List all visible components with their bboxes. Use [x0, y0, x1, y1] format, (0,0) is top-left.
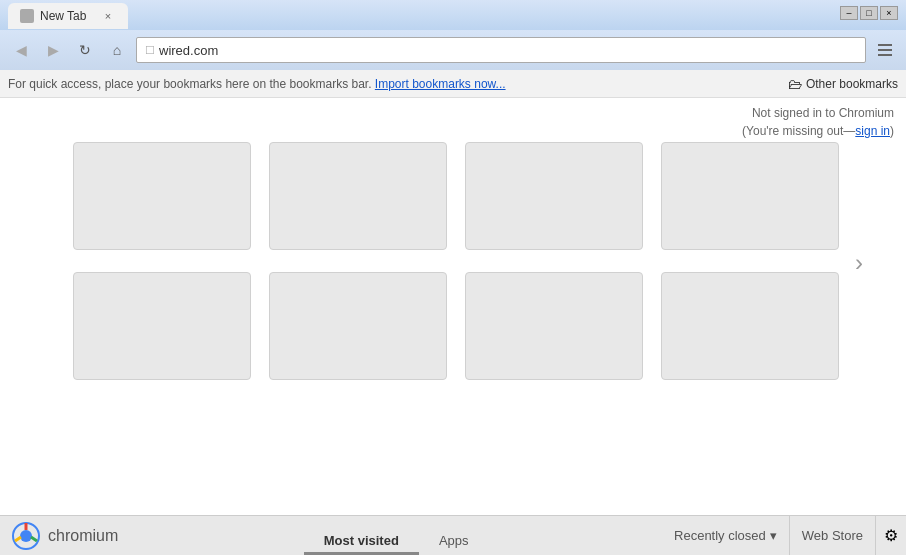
signin-prefix: (You're missing out— [742, 124, 855, 138]
recently-closed-button[interactable]: Recently closed ▾ [662, 516, 790, 555]
menu-line-3 [878, 54, 892, 56]
thumbnail-box-1 [73, 142, 251, 250]
folder-icon: 🗁 [788, 76, 802, 92]
forward-button[interactable]: ▶ [40, 37, 66, 63]
thumbnail-box-6 [269, 272, 447, 380]
chromium-text: chromium [48, 527, 118, 545]
navigation-bar: ◀ ▶ ↻ ⌂ ☐ [0, 30, 906, 70]
web-store-label: Web Store [802, 528, 863, 543]
title-bar: New Tab × – □ × [0, 0, 906, 30]
thumbnails-wrapper: › [73, 142, 833, 384]
thumbnail-2[interactable] [269, 142, 447, 254]
tab-most-visited[interactable]: Most visited [304, 527, 419, 555]
other-bookmarks-button[interactable]: 🗁 Other bookmarks [788, 76, 898, 92]
thumbnails-grid [73, 142, 833, 384]
nav-right-buttons [872, 37, 898, 63]
thumbnail-box-4 [661, 142, 839, 250]
menu-icon [878, 44, 892, 56]
signin-suffix: ) [890, 124, 894, 138]
thumbnail-8[interactable] [661, 272, 839, 384]
bottom-bar: chromium Most visited Apps Recently clos… [0, 515, 906, 555]
thumbnail-box-3 [465, 142, 643, 250]
close-window-button[interactable]: × [880, 6, 898, 20]
thumbnail-1[interactable] [73, 142, 251, 254]
address-bar[interactable]: ☐ [136, 37, 866, 63]
next-page-arrow[interactable]: › [855, 249, 863, 277]
thumbnail-3[interactable] [465, 142, 643, 254]
signin-link[interactable]: sign in [855, 124, 890, 138]
menu-line-2 [878, 49, 892, 51]
maximize-button[interactable]: □ [860, 6, 878, 20]
thumbnail-box-2 [269, 142, 447, 250]
tab-apps[interactable]: Apps [419, 527, 489, 555]
bookmarks-message: For quick access, place your bookmarks h… [8, 77, 788, 91]
tab-favicon [20, 9, 34, 23]
bottom-tabs: Most visited Apps [130, 516, 662, 555]
address-input[interactable] [159, 43, 853, 58]
tab-close-button[interactable]: × [100, 8, 116, 24]
signin-line2: (You're missing out—sign in) [12, 122, 894, 140]
web-store-button[interactable]: Web Store [790, 516, 876, 555]
thumbnail-box-5 [73, 272, 251, 380]
bottom-right-buttons: Recently closed ▾ Web Store ⚙ [662, 516, 906, 555]
thumbnail-4[interactable] [661, 142, 839, 254]
apps-label: Apps [439, 533, 469, 548]
back-button[interactable]: ◀ [8, 37, 34, 63]
import-bookmarks-link[interactable]: Import bookmarks now... [375, 77, 506, 91]
signin-notice: Not signed in to Chromium (You're missin… [0, 98, 906, 142]
content-area: Not signed in to Chromium (You're missin… [0, 98, 906, 515]
settings-gear-button[interactable]: ⚙ [876, 516, 906, 555]
reload-button[interactable]: ↻ [72, 37, 98, 63]
home-button[interactable]: ⌂ [104, 37, 130, 63]
tab-title: New Tab [40, 9, 86, 23]
other-bookmarks-label: Other bookmarks [806, 77, 898, 91]
thumbnail-box-8 [661, 272, 839, 380]
active-tab[interactable]: New Tab × [8, 3, 128, 29]
svg-point-1 [20, 530, 32, 542]
bookmarks-text-content: For quick access, place your bookmarks h… [8, 77, 375, 91]
thumbnail-box-7 [465, 272, 643, 380]
chromium-logo: chromium [0, 516, 130, 555]
page-icon: ☐ [145, 44, 155, 57]
dropdown-icon: ▾ [770, 528, 777, 543]
chromium-icon [12, 522, 40, 550]
bookmarks-bar: For quick access, place your bookmarks h… [0, 70, 906, 98]
recently-closed-label: Recently closed [674, 528, 766, 543]
browser-menu-button[interactable] [872, 37, 898, 63]
thumbnail-5[interactable] [73, 272, 251, 384]
gear-icon: ⚙ [884, 526, 898, 545]
thumbnail-7[interactable] [465, 272, 643, 384]
signin-line1: Not signed in to Chromium [12, 104, 894, 122]
window-controls: – □ × [840, 6, 898, 20]
most-visited-label: Most visited [324, 533, 399, 548]
menu-line-1 [878, 44, 892, 46]
thumbnail-6[interactable] [269, 272, 447, 384]
minimize-button[interactable]: – [840, 6, 858, 20]
